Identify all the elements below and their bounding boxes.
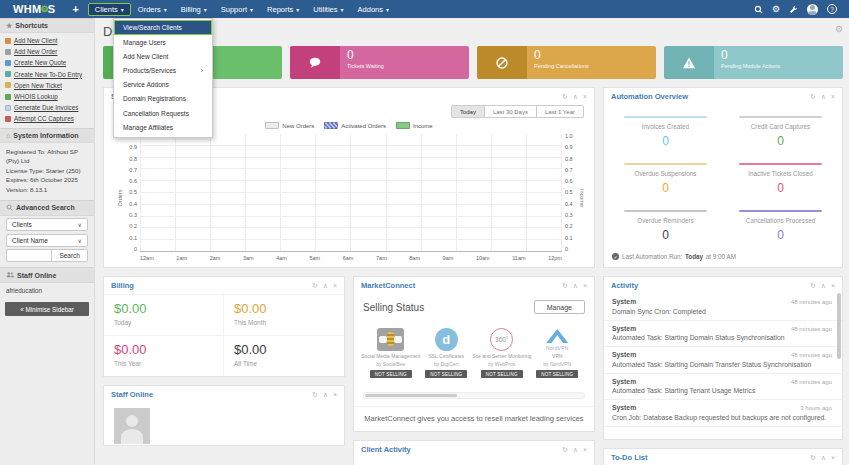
activity-time: 48 minutes ago: [791, 379, 832, 385]
range-button-last-1-year[interactable]: Last 1 Year: [537, 105, 584, 118]
automation-label: Inactive Tickets Closed: [729, 170, 832, 177]
close-icon[interactable]: [831, 454, 835, 461]
stat-value: 0: [347, 49, 462, 62]
admin-avatar: [114, 408, 150, 444]
user-avatar-icon[interactable]: [807, 4, 818, 15]
close-icon[interactable]: [831, 93, 835, 100]
refresh-icon[interactable]: [810, 282, 816, 289]
dashboard-settings-gear-icon[interactable]: [835, 24, 843, 34]
activity-scrollbar[interactable]: [837, 293, 841, 359]
menu-item-view-search-clients[interactable]: View/Search Clients: [114, 20, 212, 35]
collapse-icon[interactable]: [323, 391, 328, 398]
collapse-icon[interactable]: [821, 93, 826, 100]
collapse-icon[interactable]: [821, 282, 826, 289]
wrench-icon[interactable]: [789, 5, 798, 14]
marketconnect-panel: MarketConnect Selling Status Manage: [353, 276, 595, 432]
refresh-icon[interactable]: [562, 282, 568, 289]
stat-tickets-waiting[interactable]: 0Tickets Waiting: [290, 46, 469, 79]
nav-menu-billing[interactable]: Billing: [174, 3, 214, 16]
close-icon[interactable]: [333, 391, 337, 398]
service-webpros[interactable]: 360° Site and Server Monitoring by WebPr…: [474, 323, 530, 389]
billing-panel: Billing $0.00Today $0.00This Month $0.00…: [103, 276, 345, 377]
refresh-icon[interactable]: [562, 446, 568, 453]
legend-label: Activated Orders: [341, 123, 386, 129]
search-button[interactable]: Search: [52, 249, 88, 262]
help-icon[interactable]: [827, 4, 837, 14]
client-activity-panel: Client Activity: [353, 440, 595, 465]
collapse-icon[interactable]: [323, 282, 328, 289]
shortcut-attempt-cc-captures[interactable]: Attempt CC Captures: [0, 113, 94, 124]
service-socialbee[interactable]: Social Media Management by SocialBee NOT…: [363, 323, 419, 389]
menu-item-products-services[interactable]: Products/Services: [114, 63, 212, 77]
nav-menu-utilities[interactable]: Utilities: [306, 3, 350, 16]
search-icon[interactable]: [754, 5, 763, 14]
menu-item-cancellation-requests[interactable]: Cancellation Requests: [114, 106, 212, 120]
close-icon[interactable]: [831, 282, 835, 289]
sidebar-section-shortcuts: Shortcuts: [0, 18, 94, 33]
range-button-last-30-days[interactable]: Last 30 Days: [485, 105, 537, 118]
shortcut-generate-due-invoices[interactable]: Generate Due Invoices: [0, 102, 94, 113]
nav-menu-addons[interactable]: Addons: [351, 3, 396, 16]
stat-pending-module-actions[interactable]: 0Pending Module Actions: [664, 46, 843, 79]
shortcut-label: Create New To-Do Entry: [14, 71, 82, 78]
nav-menu-clients[interactable]: Clients: [88, 3, 131, 16]
activity-text: Automated Task: Starting Domain Transfer…: [612, 361, 832, 368]
billing-cell-this-year: $0.00This Year: [104, 335, 224, 376]
nav-menu-reports[interactable]: Reports: [260, 3, 306, 16]
close-icon[interactable]: [583, 282, 587, 289]
manage-button[interactable]: Manage: [534, 300, 585, 314]
menu-item-domain-registrations[interactable]: Domain Registrations: [114, 92, 212, 106]
nav-menu-support[interactable]: Support: [214, 3, 260, 16]
refresh-icon[interactable]: [810, 93, 816, 100]
nav-menu-label: Billing: [181, 5, 201, 14]
billing-label: All Time: [234, 360, 334, 367]
refresh-icon[interactable]: [810, 454, 816, 461]
nav-menu-orders[interactable]: Orders: [131, 3, 174, 16]
search-category-select[interactable]: Clients: [6, 218, 88, 231]
close-icon[interactable]: [333, 282, 337, 289]
collapse-icon[interactable]: [573, 446, 578, 453]
stat-label: Pending Cancellations: [534, 63, 649, 69]
collapse-icon[interactable]: [821, 454, 826, 461]
refresh-icon[interactable]: [312, 391, 318, 398]
shortcut-label: Add New Order: [14, 48, 57, 55]
automation-stat-credit-card-captures: Credit Card Captures0: [723, 107, 838, 154]
close-icon[interactable]: [583, 93, 587, 100]
billing-amount: $0.00: [114, 342, 213, 357]
shortcut-create-todo-entry[interactable]: Create New To-Do Entry: [0, 69, 94, 80]
range-button-today[interactable]: Today: [451, 105, 485, 118]
stat-pending-cancellations[interactable]: 0Pending Cancellations: [477, 46, 656, 79]
plus-icon[interactable]: [72, 3, 78, 15]
billing-cell-this-month: $0.00This Month: [224, 294, 344, 335]
menu-item-manage-users[interactable]: Manage Users: [114, 35, 212, 49]
collapse-icon[interactable]: [573, 93, 578, 100]
shortcut-add-new-client[interactable]: Add New Client: [0, 35, 94, 46]
shortcut-open-new-ticket[interactable]: Open New Ticket: [0, 80, 94, 91]
panel-title: Client Activity: [361, 445, 411, 454]
todo-icon: [5, 71, 11, 77]
refresh-icon[interactable]: [312, 282, 318, 289]
automation-value: 0: [614, 181, 717, 195]
automation-overview-panel: Automation Overview Invoices Created0 Cr…: [603, 87, 843, 268]
collapse-icon[interactable]: [573, 282, 578, 289]
panel-title: Activity: [611, 281, 638, 290]
activity-text: Cron Job: Database Backup requested but …: [612, 414, 832, 421]
refresh-icon[interactable]: [562, 93, 568, 100]
service-digicert[interactable]: d SSL Certificates by DigiCert NOT SELLI…: [419, 323, 475, 389]
menu-item-service-addons[interactable]: Service Addons: [114, 78, 212, 92]
close-icon[interactable]: [583, 446, 587, 453]
gears-icon[interactable]: [772, 5, 780, 14]
menu-item-add-new-client[interactable]: Add New Client: [114, 49, 212, 63]
menu-item-manage-affiliates[interactable]: Manage Affiliates: [114, 120, 212, 134]
service-nordvpn[interactable]: NordVPN VPN by NordVPN NOT SELLING: [530, 323, 586, 389]
services-scrollbar-thumb[interactable]: [365, 394, 457, 397]
shortcut-create-new-quote[interactable]: Create New Quote: [0, 57, 94, 68]
search-input[interactable]: [6, 249, 52, 262]
shortcut-add-new-order[interactable]: Add New Order: [0, 46, 94, 57]
whmcs-logo[interactable]: WHMS: [13, 3, 55, 15]
minimise-sidebar-button[interactable]: « Minimise Sidebar: [5, 302, 89, 316]
activity-time: 48 minutes ago: [791, 299, 832, 305]
search-field-select[interactable]: Client Name: [6, 234, 88, 247]
shortcut-whois-lookup[interactable]: WHOIS Lookup: [0, 91, 94, 102]
activity-text: Domain Sync Cron: Completed: [612, 308, 832, 315]
